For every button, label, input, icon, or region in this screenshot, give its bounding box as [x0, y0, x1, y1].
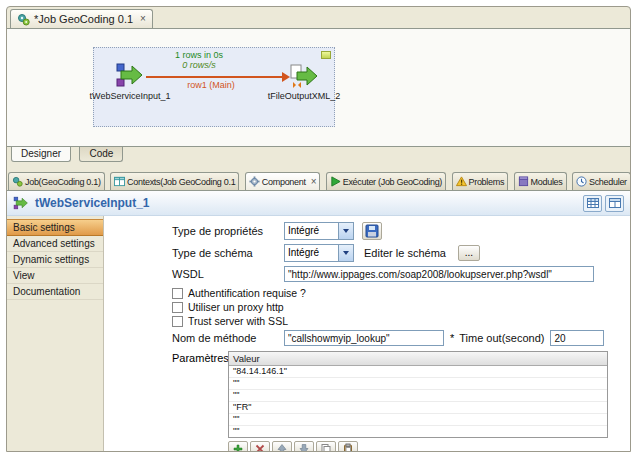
- run-play-icon: [330, 176, 341, 187]
- panel-header-buttons: [583, 195, 624, 212]
- twebserviceinput-icon: [115, 60, 145, 90]
- tab-designer[interactable]: Designer: [11, 147, 71, 162]
- job-gears-icon: [12, 176, 23, 187]
- schema-type-select[interactable]: Intégré: [284, 244, 354, 262]
- problems-warning-icon: [456, 176, 467, 187]
- paste-clipboard-icon: [342, 443, 354, 451]
- component-settings-form: Type de propriétés Intégré Type: [104, 216, 630, 451]
- design-canvas[interactable]: 1 rows in 0s 0 rows/s row1 (Main) tWebSe…: [7, 28, 630, 147]
- schema-type-value: Intégré: [285, 245, 338, 261]
- property-type-label: Type de propriétés: [172, 225, 284, 237]
- job-gears-icon: [17, 13, 30, 26]
- component-label: tWebServiceInput_1: [84, 91, 176, 101]
- required-marker: *: [450, 332, 454, 344]
- component-label: tFileOutputXML_2: [258, 91, 350, 101]
- save-button[interactable]: [362, 222, 382, 240]
- component-gear-icon: [249, 176, 260, 187]
- contexts-icon: [114, 176, 125, 187]
- component-panel: tWebServiceInput_1: [7, 190, 630, 451]
- component-tfileoutputxml[interactable]: tFileOutputXML_2: [258, 60, 350, 101]
- parameters-row[interactable]: "": [229, 390, 607, 402]
- plus-icon: [232, 443, 244, 451]
- delete-x-icon: [254, 443, 266, 451]
- close-icon[interactable]: ×: [311, 177, 317, 187]
- component-panel-header: tWebServiceInput_1: [7, 191, 630, 216]
- editor-tab-job-geocoding[interactable]: *Job GeoCoding 0.1 ×: [10, 9, 153, 28]
- component-header-icon: [13, 195, 29, 211]
- tab-modules[interactable]: Modules: [514, 172, 567, 190]
- grid-icon: [587, 198, 599, 208]
- timeout-input[interactable]: [550, 330, 604, 346]
- parameters-toolbar: [228, 441, 608, 451]
- columns-view-button[interactable]: [605, 195, 624, 212]
- auth-required-checkbox[interactable]: [172, 288, 183, 299]
- tab-scheduler[interactable]: Scheduler: [572, 172, 630, 190]
- close-icon[interactable]: ×: [140, 14, 146, 24]
- tab-label: Scheduler: [589, 177, 627, 187]
- move-down-button[interactable]: [294, 441, 314, 451]
- method-name-input[interactable]: [284, 330, 444, 346]
- use-http-proxy-label: Utiliser un proxy http: [188, 301, 284, 313]
- property-type-select[interactable]: Intégré: [284, 222, 354, 240]
- parameters-row[interactable]: "": [229, 378, 607, 390]
- sidebar-item-documentation[interactable]: Documentation: [7, 284, 103, 300]
- parameters-row[interactable]: "84.14.146.1": [229, 366, 607, 378]
- wsdl-input[interactable]: [284, 266, 594, 282]
- use-http-proxy-checkbox[interactable]: [172, 302, 183, 313]
- tab-label: Exécuter (Job GeoCoding): [343, 177, 442, 187]
- chevron-down-icon: [338, 223, 353, 239]
- settings-sidebar: Basic settings Advanced settings Dynamic…: [7, 216, 104, 451]
- parameters-row[interactable]: "": [229, 426, 607, 437]
- tab-job[interactable]: Job(GeoCoding 0.1): [8, 172, 105, 190]
- table-view-button[interactable]: [583, 195, 602, 212]
- arrow-down-icon: [298, 443, 310, 451]
- property-type-value: Intégré: [285, 223, 338, 239]
- subjob-collapse-button[interactable]: [321, 51, 331, 59]
- parameters-row[interactable]: "": [229, 414, 607, 426]
- tab-contexts[interactable]: Contexts(Job GeoCoding 0.1: [110, 172, 239, 190]
- parameters-table[interactable]: Valeur "84.14.146.1" "" "" "FR" "" "": [228, 351, 608, 438]
- scheduler-clock-icon: [576, 176, 587, 187]
- copy-row-button[interactable]: [316, 441, 336, 451]
- tab-code[interactable]: Code: [79, 147, 123, 162]
- arrow-up-icon: [276, 443, 288, 451]
- move-up-button[interactable]: [272, 441, 292, 451]
- tab-component[interactable]: Component ×: [245, 172, 320, 190]
- sidebar-item-basic-settings[interactable]: Basic settings: [7, 219, 103, 236]
- edit-schema-label: Editer le schéma: [364, 247, 446, 259]
- editor-tab-title: *Job GeoCoding 0.1: [34, 13, 133, 25]
- tab-label: Job(GeoCoding 0.1): [25, 177, 101, 187]
- schema-type-label: Type de schéma: [172, 247, 284, 259]
- chevron-down-icon: [338, 245, 353, 261]
- add-row-button[interactable]: [228, 441, 248, 451]
- edit-schema-button[interactable]: ...: [458, 245, 480, 261]
- sidebar-item-advanced-settings[interactable]: Advanced settings: [7, 236, 103, 252]
- tab-label: Component: [262, 177, 306, 187]
- trust-ssl-label: Trust server with SSL: [188, 315, 288, 327]
- grid-columns-icon: [609, 198, 621, 208]
- tab-run[interactable]: Exécuter (Job GeoCoding): [326, 172, 446, 190]
- paste-row-button[interactable]: [338, 441, 358, 451]
- sidebar-item-view[interactable]: View: [7, 268, 103, 284]
- app-window: *Job GeoCoding 0.1 × 1 rows in 0s 0 rows…: [6, 6, 631, 452]
- component-panel-body: Basic settings Advanced settings Dynamic…: [7, 216, 630, 451]
- trust-ssl-checkbox[interactable]: [172, 316, 183, 327]
- wsdl-label: WSDL: [172, 268, 284, 280]
- auth-required-label: Authentification requise ?: [188, 287, 306, 299]
- tfileoutputxml-icon: [289, 60, 319, 90]
- save-diskette-icon: [365, 224, 379, 238]
- component-panel-title: tWebServiceInput_1: [35, 196, 149, 210]
- editor-tab-bar: *Job GeoCoding 0.1 ×: [7, 7, 630, 28]
- rows-count-text: 1 rows in 0s: [149, 50, 249, 60]
- tab-label: Problems: [469, 177, 505, 187]
- tab-label: Contexts(Job GeoCoding 0.1: [127, 177, 235, 187]
- sidebar-item-dynamic-settings[interactable]: Dynamic settings: [7, 252, 103, 268]
- parameters-row[interactable]: "FR": [229, 402, 607, 414]
- parameters-column-header: Valeur: [229, 352, 607, 366]
- component-twebserviceinput[interactable]: tWebServiceInput_1: [84, 60, 176, 101]
- subjob-area[interactable]: 1 rows in 0s 0 rows/s row1 (Main) tWebSe…: [93, 47, 335, 127]
- tab-problems[interactable]: Problems: [452, 172, 509, 190]
- delete-row-button[interactable]: [250, 441, 270, 451]
- method-name-label: Nom de méthode: [172, 332, 284, 344]
- tab-label: Modules: [531, 177, 563, 187]
